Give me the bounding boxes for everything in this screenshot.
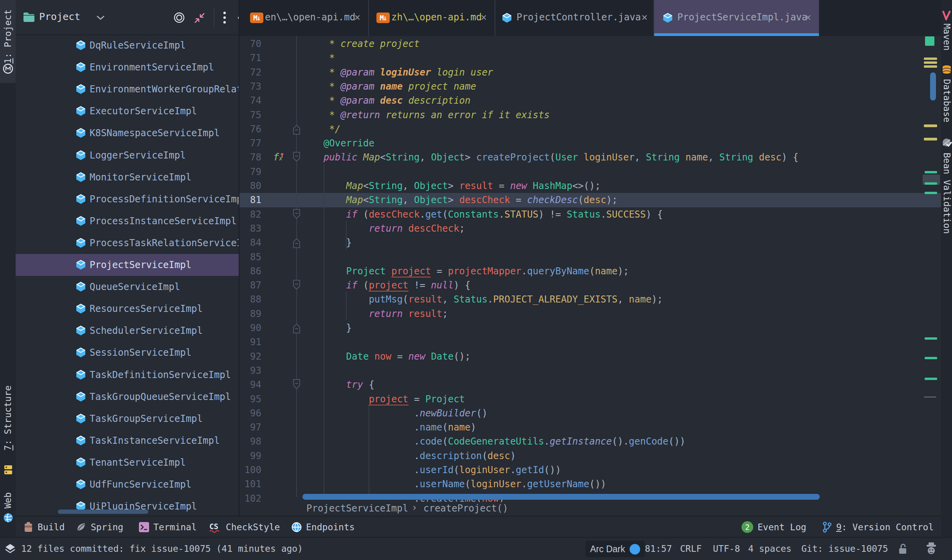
commit-status-message[interactable]: 12 files committed: fix issue-10075 (41 … [21,544,303,554]
tree-item-TenantServiceImpl[interactable]: TenantServiceImpl [16,452,239,474]
stripe-mark[interactable] [925,171,937,173]
structure-icon[interactable] [3,465,13,475]
tree-item-ProcessInstanceServiceImpl[interactable]: ProcessInstanceServiceImpl [16,210,239,232]
chevron-down-icon[interactable] [96,15,105,20]
line-number[interactable]: 97 [239,420,261,434]
fold-marker-icon[interactable] [292,124,301,135]
line-number[interactable]: 93 [239,364,261,378]
line-number[interactable]: 94 [239,378,261,392]
editor-tab-zhopen-api.md[interactable]: M↓zh\…\open-api.md× [369,0,495,36]
tab-close-icon[interactable]: × [480,11,487,23]
line-number[interactable]: 72 [239,65,261,79]
tool-window-label-web[interactable]: Web [3,492,13,509]
code-line-100[interactable]: .userId(loginUser.getId()) [301,463,561,477]
editor-horizontal-scrollbar[interactable] [302,494,820,500]
tree-item-SchedulerServiceImpl[interactable]: SchedulerServiceImpl [16,320,239,342]
breadcrumb-class[interactable]: ProjectServiceImpl [306,503,408,514]
code-line-97[interactable]: .name(name) [301,420,476,434]
editor-vertical-scrollbar[interactable] [930,72,936,101]
code-line-90[interactable]: } [301,321,352,335]
code-line-73[interactable]: * @param name project name [301,79,476,94]
fold-marker-icon[interactable] [292,237,301,248]
code-line-87[interactable]: if (project != null) { [301,278,471,292]
tool-window-button-checkstyle[interactable]: CSCheckStyle [209,517,280,538]
code-line-89[interactable]: return result; [301,307,448,321]
tree-item-MonitorServiceImpl[interactable]: MonitorServiceImpl [16,166,239,188]
tab-close-icon[interactable]: × [354,11,360,23]
file-encoding[interactable]: UTF-8 [713,544,740,554]
line-number[interactable]: 78 [239,150,261,164]
tree-item-QueueServiceImpl[interactable]: QueueServiceImpl [16,276,239,298]
code-line-70[interactable]: * create project [301,37,419,51]
fold-marker-icon[interactable] [292,280,301,291]
fold-marker-icon[interactable] [292,152,301,163]
database-icon[interactable] [942,65,952,75]
kebab-menu-icon[interactable] [222,11,227,24]
editor-tab-ProjectController.java[interactable]: ProjectController.java× [495,0,654,36]
tree-horizontal-scrollbar[interactable] [58,510,148,514]
code-line-77[interactable]: @Override [301,136,374,150]
tool-window-label-maven[interactable]: Maven [942,23,952,50]
tool-window-button-project[interactable]: 1: Project [0,0,16,83]
line-number[interactable]: 99 [239,449,261,463]
code-line-74[interactable]: * @param desc description [301,94,471,108]
line-number[interactable]: 101 [239,477,261,491]
layers-stack-icon[interactable] [5,544,16,555]
tool-window-button-build[interactable]: Build [23,517,65,538]
tool-window-button-event-log[interactable]: 2Event Log [741,517,806,538]
web-globe-icon[interactable] [3,513,13,523]
code-line-95[interactable]: project = Project [301,392,465,406]
stripe-mark[interactable] [925,192,937,194]
code-line-96[interactable]: .newBuilder() [301,406,488,420]
editor-tab-enopen-api.md[interactable]: M↓en\…\open-api.md× [243,0,369,36]
line-number[interactable]: 95 [239,392,261,406]
line-number[interactable]: 90 [239,321,261,335]
line-number[interactable]: 70 [239,37,261,51]
fold-marker-icon[interactable] [292,209,301,220]
stripe-mark[interactable] [924,58,937,60]
tree-item-SessionServiceImpl[interactable]: SessionServiceImpl [16,342,239,364]
line-number[interactable]: 76 [239,122,261,136]
line-number[interactable]: 88 [239,292,261,306]
breadcrumb-method[interactable]: createProject() [423,503,508,514]
line-number[interactable]: 79 [239,165,261,179]
code-line-84[interactable]: } [301,236,352,250]
code-line-92[interactable]: Date now = new Date(); [301,349,471,364]
line-number[interactable]: 77 [239,136,261,150]
tool-window-label-database[interactable]: Database [942,79,952,122]
tool-window-button-version-control[interactable]: 9: Version Control [822,517,934,538]
tab-close-icon[interactable]: × [805,11,811,23]
tree-item-ExecutorServiceImpl[interactable]: ExecutorServiceImpl [16,100,239,122]
code-line-86[interactable]: Project project = projectMapper.queryByN… [301,264,629,278]
code-line-98[interactable]: .code(CodeGenerateUtils.getInstance().ge… [301,434,686,448]
tree-item-UdfFuncServiceImpl[interactable]: UdfFuncServiceImpl [16,474,239,495]
tree-item-TaskGroupServiceImpl[interactable]: TaskGroupServiceImpl [16,408,239,430]
editor-error-stripe[interactable] [921,36,941,502]
tool-window-button-spring[interactable]: Spring [76,517,123,538]
line-number[interactable]: 83 [239,221,261,236]
line-number[interactable]: 91 [239,335,261,349]
stripe-mark[interactable] [924,65,937,68]
code-line-81[interactable]: Map<String, Object> descCheck = checkDes… [301,193,617,207]
tool-window-button-endpoints[interactable]: Endpoints [292,517,355,538]
tool-window-button-terminal[interactable]: Terminal [139,517,197,538]
tree-item-EnvironmentServiceImpl[interactable]: EnvironmentServiceImpl [16,56,239,78]
tree-item-K8SNamespaceServiceImpl[interactable]: K8SNamespaceServiceImpl [16,122,239,144]
tree-item-ProjectServiceImpl[interactable]: ProjectServiceImpl [16,254,239,276]
tree-item-ProcessTaskRelationServiceI[interactable]: ProcessTaskRelationServiceI [16,232,239,254]
git-branch-widget[interactable]: Git: issue-10075 [801,544,888,554]
stripe-mark[interactable] [925,378,937,380]
maven-icon[interactable] [942,10,951,20]
fold-marker-icon[interactable] [292,379,301,390]
line-number[interactable]: 92 [239,349,261,364]
stripe-mark[interactable] [925,357,937,359]
code-line-71[interactable]: * [301,51,335,65]
line-number[interactable]: 96 [239,406,261,420]
line-number[interactable]: 87 [239,278,261,292]
code-line-99[interactable]: .description(desc) [301,449,516,463]
tree-item-EnvironmentWorkerGroupRelati[interactable]: EnvironmentWorkerGroupRelati [16,78,239,100]
theme-switcher[interactable]: Arc Dark [585,541,645,557]
bean-validation-icon[interactable] [942,138,952,148]
unlock-icon[interactable] [898,543,908,555]
tree-item-ResourcesServiceImpl[interactable]: ResourcesServiceImpl [16,298,239,320]
